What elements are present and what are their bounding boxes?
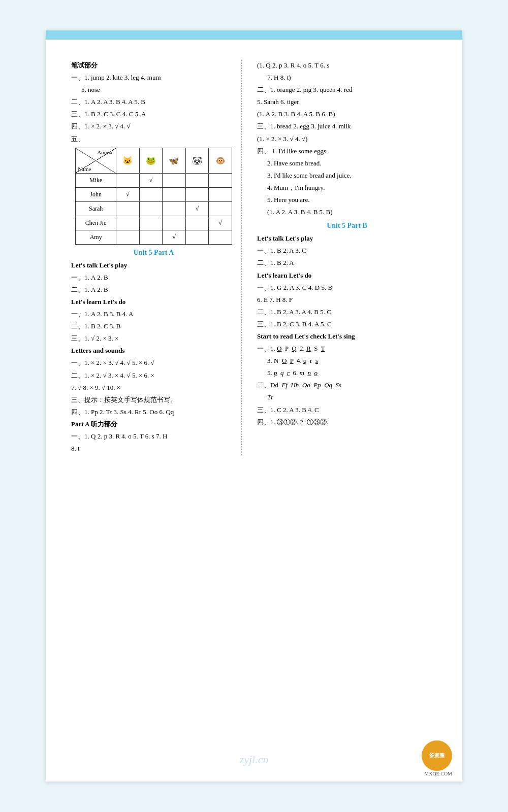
rb-l3: 三、1. B 2. C 3. B 4. A 5. C	[257, 319, 437, 330]
logo-area: 答案圈 MXQE.COM	[422, 740, 452, 776]
rb-l1b: 6. E 7. H 8. F	[257, 294, 437, 306]
section5-label: 五、	[71, 133, 236, 145]
r-s3-2: 2. Have some bread.	[257, 158, 437, 169]
watermark: zyjl.cn	[240, 753, 269, 766]
left-s1: 一、1. A 2. B	[71, 272, 236, 283]
rb-lets-learn-do: Let's learn Let's do	[257, 270, 437, 281]
pa2: 8. t	[71, 443, 236, 454]
rb-sr4b: Tt	[257, 392, 437, 403]
section2: 二、1. A 2. A 3. B 4. A 5. B	[71, 96, 236, 108]
rb-start: Start to read Let's check Let's sing	[257, 331, 437, 342]
animal-icon-4: 🐼	[185, 148, 209, 173]
page-container: 笔试部分 一、1. jump 2. kite 3. leg 4. mum 5. …	[46, 30, 462, 782]
table-row: John√	[76, 187, 232, 201]
rb-lets-talk-play: Let's talk Let's play	[257, 233, 437, 244]
right-column: (1. Q 2. p 3. R 4. o 5. T 6. s 7. H 8. t…	[252, 60, 437, 455]
animal-table: Animal Name 🐱 🐸 🦋 🐼 🐵 Mike√ John√ Sara	[75, 148, 232, 245]
lets-talk-play-left: Let's talk Let's play	[71, 260, 236, 271]
r-s1c: (1. A 2. B 3. B 4. A 5. B 6. B)	[257, 109, 437, 120]
left-s2: 二、1. A 2. B	[71, 284, 236, 295]
r-s1: 二、1. orange 2. pig 3. queen 4. red	[257, 84, 437, 95]
unit5a-title: Unit 5 Part A	[71, 249, 236, 257]
table-row: Amy√	[76, 230, 232, 244]
top-bar	[46, 30, 462, 40]
animal-icon-2: 🐸	[139, 148, 163, 173]
part-a-listen: Part A 听力部分	[71, 419, 236, 430]
rb-sr1: 一、1. O P Q 2. R S T	[257, 343, 437, 354]
rb-sr5: 三、1. C 2. A 3. B 4. C	[257, 404, 437, 416]
rb-l2: 二、1. B 2. A 3. A 4. B 5. C	[257, 307, 437, 318]
lets-learn-do-left: Let's learn Let's do	[71, 296, 236, 308]
rb-s1: 一、1. B 2. A 3. C	[257, 245, 437, 256]
r-line1: (1. Q 2. p 3. R 4. o 5. T 6. s	[257, 60, 437, 71]
ls2: 二、1. × 2. √ 3. × 4. √ 5. × 6. ×	[71, 370, 236, 381]
ls5: 四、1. Pp 2. Tt 3. Ss 4. Rr 5. Oo 6. Qq	[71, 407, 236, 418]
left-s3: 一、1. A 2. B 3. B 4. A	[71, 309, 236, 320]
r-s3-3: 3. I'd like some bread and juice.	[257, 170, 437, 181]
animal-icon-1: 🐱	[116, 148, 140, 173]
pa1: 一、1. Q 2. p 3. R 4. o 5. T 6. s 7. H	[71, 431, 236, 442]
r-s2b: (1. × 2. × 3. √ 4. √)	[257, 133, 437, 145]
r-s3-6: (1. A 2. A 3. B 4. B 5. B)	[257, 207, 437, 218]
rb-s2: 二、1. B 2. A	[257, 257, 437, 268]
table-header-name: Name	[78, 166, 91, 172]
ls4: 三、提示：按英文手写体规范书写。	[71, 394, 236, 405]
r-s3-4: 4. Mum，I'm hungry.	[257, 182, 437, 193]
r-s1b: 5. Sarah 6. tiger	[257, 96, 437, 108]
table-row: Sarah√	[76, 201, 232, 216]
section3: 三、1. B 2. C 3. C 4. C 5. A	[71, 109, 236, 120]
rb-sr6: 四、1. ③①②. 2. ①③②.	[257, 417, 437, 428]
animal-icon-5: 🐵	[209, 148, 232, 173]
section4: 四、1. × 2. × 3. √ 4. √	[71, 121, 236, 132]
rb-sr2: 3. N O P 4. q r s	[257, 355, 437, 366]
section1-items: 一、1. jump 2. kite 3. leg 4. mum	[71, 72, 236, 83]
unit5b-title: Unit 5 Part B	[257, 222, 437, 230]
table-row: Chen Jie√	[76, 216, 232, 230]
left-column: 笔试部分 一、1. jump 2. kite 3. leg 4. mum 5. …	[71, 60, 242, 455]
r-s3-5: 5. Here you are.	[257, 194, 437, 206]
rb-sr4: 二、Dd Ff Hh Oo Pp Qq Ss	[257, 380, 437, 391]
rb-l1: 一、1. G 2. A 3. C 4. D 5. B	[257, 282, 437, 293]
ls3: 7. √ 8. × 9. √ 10. ×	[71, 382, 236, 393]
table-row: Mike√	[76, 173, 232, 187]
table-header-animal: Animal	[97, 149, 114, 155]
r-s3-label: 四、 1. I'd like some eggs.	[257, 146, 437, 157]
r-line2: 7. H 8. t)	[257, 72, 437, 83]
r-s2: 三、1. bread 2. egg 3. juice 4. milk	[257, 121, 437, 132]
left-s5: 三、1. √ 2. × 3. ×	[71, 333, 236, 344]
rb-sr3: 5. p q r 6. m n o	[257, 367, 437, 379]
section1-items2: 5. nose	[71, 84, 236, 95]
letters-sounds: Letters and sounds	[71, 345, 236, 356]
animal-icon-3: 🦋	[163, 148, 186, 173]
ls1: 一、1. × 2. × 3. √ 4. √ 5. × 6. √	[71, 357, 236, 368]
left-s4: 二、1. B 2. C 3. B	[71, 321, 236, 332]
bishi-header: 笔试部分	[71, 60, 236, 71]
